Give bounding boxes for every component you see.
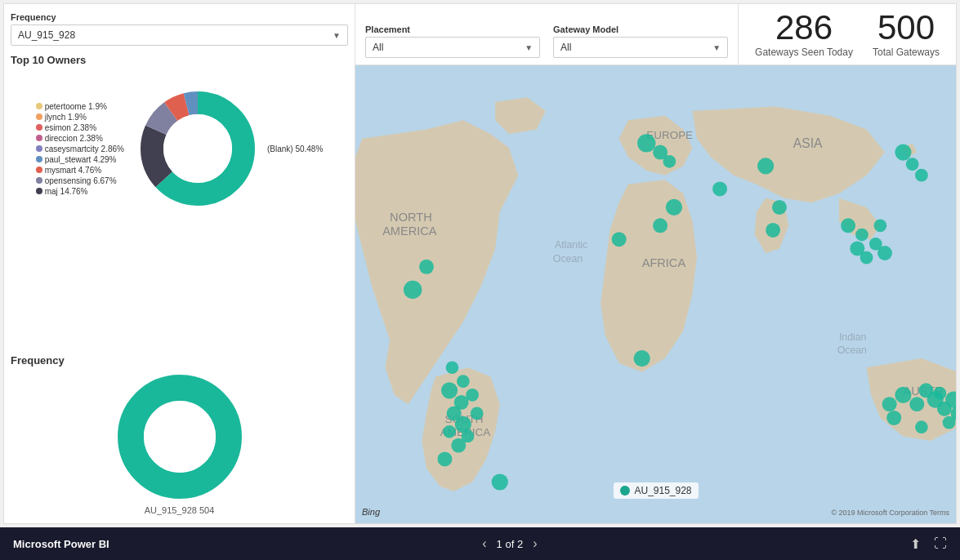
- atlantic-ocean-label2: Ocean: [553, 253, 583, 264]
- frequency-chevron-icon: ▼: [333, 31, 341, 40]
- gateway-model-select-value: All: [560, 42, 571, 53]
- gateway-dot: [895, 144, 911, 160]
- gateway-dot: [886, 411, 901, 425]
- legend-label-caseysmartcity: caseysmartcity 2.86%: [45, 144, 124, 153]
- gateway-dot: [492, 473, 508, 490]
- north-america-label: NORTH: [390, 211, 432, 224]
- legend-label-opensensing: opensensing 6.67%: [45, 176, 117, 185]
- gateway-dot: [943, 416, 956, 429]
- placement-filter-group: Placement All ▼: [365, 24, 540, 58]
- gateway-dot: [712, 181, 727, 196]
- placement-select-value: All: [373, 42, 383, 53]
- page-info: 1 of 2: [497, 538, 524, 550]
- share-icon[interactable]: ⬆: [910, 536, 921, 552]
- frequency-select[interactable]: AU_915_928 ▼: [11, 24, 348, 46]
- legend-dot-esimon: [36, 124, 42, 131]
- legend-dot-opensensing: [36, 177, 42, 184]
- placement-select[interactable]: All ▼: [365, 37, 540, 58]
- fullscreen-icon[interactable]: ⛶: [934, 536, 947, 552]
- frequency-filter-group: Frequency AU_915_928 ▼: [11, 12, 348, 46]
- gateway-dot: [766, 223, 780, 238]
- right-panel: Placement All ▼ Gateway Model All ▼: [355, 4, 956, 523]
- gateway-dot: [419, 260, 434, 274]
- legend-dot-maj: [36, 188, 42, 194]
- gateway-dot: [404, 281, 422, 299]
- world-map-svg: NORTH AMERICA SOUTH AMERICA Atlantic Oce…: [355, 65, 956, 523]
- freq-label-bottom: AU_915_928 504: [145, 505, 215, 515]
- atlantic-ocean-label: Atlantic: [555, 239, 587, 251]
- frequency-filter-label: Frequency: [11, 12, 348, 22]
- frequency-select-value: AU_915_928: [18, 29, 75, 41]
- placement-chevron-icon: ▼: [525, 43, 533, 52]
- gateway-dot: [462, 430, 475, 443]
- gateway-dot: [634, 350, 650, 367]
- legend-dot-paul-stewart: [36, 156, 42, 162]
- gateway-dot: [874, 219, 887, 232]
- gateway-dot: [906, 158, 919, 171]
- gateway-dot: [666, 199, 682, 216]
- donut-segments: [152, 103, 243, 194]
- gateway-dot: [860, 251, 873, 264]
- copyright-text: © 2019 Microsoft Corporation Terms: [831, 509, 949, 517]
- indian-ocean-label: Indian: [839, 331, 867, 343]
- prev-page-button[interactable]: ‹: [479, 536, 489, 551]
- africa-label: AFRICA: [642, 256, 686, 269]
- legend-dot-caseysmartcity: [36, 145, 42, 152]
- legend-label-maj: maj 14.76%: [45, 187, 88, 196]
- frequency-section: Frequency AU_915_928 504: [11, 354, 348, 515]
- legend-label-petertoome: petertoome 1.9%: [45, 102, 107, 111]
- map-legend: AU_915_928: [613, 482, 698, 499]
- map-container: NORTH AMERICA SOUTH AMERICA Atlantic Oce…: [355, 65, 956, 523]
- legend-label-jlynch: jlynch 1.9%: [45, 113, 87, 122]
- legend-dot-mysmart: [36, 167, 42, 173]
- total-gateways-label: Total Gateways: [873, 47, 940, 58]
- map-legend-label: AU_915_928: [634, 485, 691, 496]
- gateway-dot: [915, 169, 928, 182]
- gateways-seen-number: 286: [775, 11, 833, 45]
- placement-filter-label: Placement: [365, 24, 540, 34]
- legend-item-jlynch: jlynch 1.9%: [36, 113, 124, 122]
- top-owners-title: Top 10 Owners: [11, 54, 348, 66]
- freq-donut-center: [144, 401, 216, 473]
- gateway-dot: [471, 407, 484, 420]
- next-page-button[interactable]: ›: [529, 536, 540, 551]
- gateway-model-select[interactable]: All ▼: [553, 37, 728, 58]
- gateway-dot: [933, 387, 946, 400]
- map-dot-legend: [619, 486, 629, 496]
- main-content: Frequency AU_915_928 ▼ Top 10 Owners pet…: [3, 3, 957, 524]
- legend-item-esimon: esimon 2.38%: [36, 123, 124, 132]
- total-gateways-stat: 500 Total Gateways: [873, 11, 940, 58]
- pagination: ‹ 1 of 2 ›: [479, 536, 540, 551]
- asia-label: ASIA: [793, 136, 823, 150]
- legend-label-paul-stewart: paul_stewart 4.29%: [45, 155, 117, 164]
- gateway-dot: [772, 200, 787, 215]
- legend-dot-direccion: [36, 135, 42, 141]
- bottom-actions: ⬆ ⛶: [910, 536, 947, 552]
- legend-item-petertoome: petertoome 1.9%: [36, 102, 124, 111]
- gateway-dot: [437, 451, 452, 466]
- gateways-seen-stat: 286 Gateways Seen Today: [755, 11, 853, 58]
- top-owners-legend-left: petertoome 1.9% jlynch 1.9% esimon 2.38%…: [36, 102, 124, 196]
- legend-item-direccion: direccion 2.38%: [36, 134, 124, 143]
- bottom-bar: Microsoft Power BI ‹ 1 of 2 › ⬆ ⛶: [0, 527, 960, 560]
- north-america-label2: AMERICA: [382, 224, 437, 238]
- legend-item-paul-stewart: paul_stewart 4.29%: [36, 155, 124, 164]
- gateway-dot: [457, 375, 470, 388]
- right-top: Placement All ▼ Gateway Model All ▼: [355, 4, 956, 65]
- legend-label-esimon: esimon 2.38%: [45, 123, 96, 132]
- legend-item-opensensing: opensensing 6.67%: [36, 176, 124, 185]
- freq-donut-area: AU_915_928 504: [11, 371, 348, 515]
- total-gateways-number: 500: [877, 11, 935, 45]
- frequency-donut-chart: [106, 371, 253, 502]
- gateways-seen-label: Gateways Seen Today: [755, 47, 853, 58]
- gateway-dot: [877, 246, 892, 260]
- gateway-dot: [653, 218, 668, 233]
- right-filters: Placement All ▼ Gateway Model All ▼: [355, 4, 738, 64]
- legend-label-mysmart: mysmart 4.76%: [45, 166, 101, 175]
- copyright-content: © 2019 Microsoft Corporation Terms: [831, 509, 949, 517]
- gateway-dot: [882, 397, 897, 411]
- legend-item-maj: maj 14.76%: [36, 187, 124, 196]
- right-stats: 286 Gateways Seen Today 500 Total Gatewa…: [738, 4, 956, 64]
- gateway-model-filter-label: Gateway Model: [553, 24, 728, 34]
- legend-dot-petertoome: [36, 103, 42, 109]
